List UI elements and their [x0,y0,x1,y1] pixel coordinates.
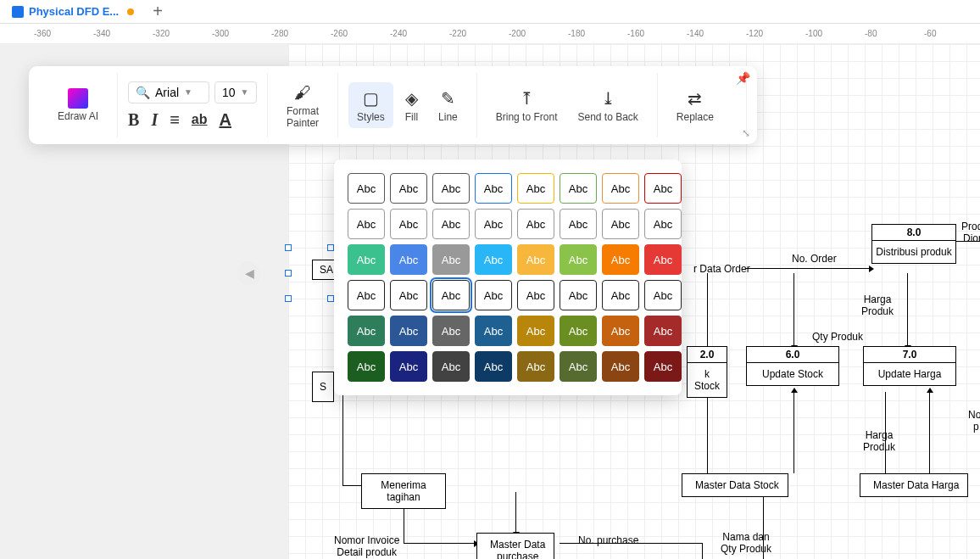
style-swatch[interactable]: Abc [517,351,554,382]
style-swatch[interactable]: Abc [602,173,639,204]
connector [707,392,708,473]
style-swatch[interactable]: Abc [560,351,597,382]
swatch-grid: AbcAbcAbcAbcAbcAbcAbcAbcAbcAbcAbcAbcAbcA… [348,173,668,382]
ruler-tick: -120 [746,29,763,38]
style-swatch[interactable]: Abc [517,209,554,239]
style-swatch[interactable]: Abc [390,280,427,310]
process-6-update-stock[interactable]: 6.0 Update Stock [746,346,839,386]
nav-left-button[interactable]: ◀ [237,261,261,285]
style-swatch[interactable]: Abc [348,316,385,346]
style-swatch[interactable]: Abc [560,316,597,346]
style-swatch[interactable]: Abc [602,351,639,382]
connector [515,492,516,533]
font-family-select[interactable]: 🔍 Arial ▼ [128,81,209,103]
style-swatch[interactable]: Abc [517,280,554,310]
style-swatch[interactable]: Abc [348,244,385,275]
style-swatch[interactable]: Abc [560,244,597,275]
style-swatch[interactable]: Abc [390,209,427,239]
add-tab-button[interactable]: + [153,2,163,21]
style-swatch[interactable]: Abc [517,244,554,275]
style-swatch[interactable]: Abc [348,173,385,204]
style-swatch[interactable]: Abc [432,209,470,239]
style-swatch[interactable]: Abc [432,244,470,275]
process-7-update-harga[interactable]: 7.0 Update Harga [863,346,956,386]
fill-icon: ◈ [405,87,418,109]
fill-button[interactable]: ◈ Fill [397,82,426,128]
label-produ: Produ [961,221,980,232]
bold-button[interactable]: B [128,110,139,130]
highlight-button[interactable]: ab [192,112,208,127]
edraw-ai-button[interactable]: Edraw AI [49,83,107,127]
align-button[interactable]: ≡ [170,110,180,130]
datastore-master-harga[interactable]: Master Data Harga [860,473,968,497]
style-swatch[interactable]: Abc [348,209,385,239]
datastore-master-stock[interactable]: Master Data Stock [682,473,788,497]
style-swatch[interactable]: Abc [390,351,427,382]
style-swatch[interactable]: Abc [432,280,470,310]
connector [707,273,708,346]
font-color-button[interactable]: A [220,110,231,130]
style-swatch[interactable]: Abc [644,173,682,204]
style-swatch[interactable]: Abc [602,316,639,346]
process-2-text: k Stock [688,363,727,397]
replace-button[interactable]: ⇄ Replace [668,82,722,128]
label-harga-produk-2: Harga Produk [863,429,895,453]
style-swatch[interactable]: Abc [475,351,512,382]
font-size-select[interactable]: 10 ▼ [214,81,257,103]
connector [907,273,908,346]
styles-button[interactable]: ▢ Styles [348,82,393,128]
datastore-master-purchase[interactable]: Master Data purchase [476,533,554,559]
style-swatch[interactable]: Abc [517,173,554,204]
process-8-distribusi[interactable]: 8.0 Distribusi produk [871,224,956,264]
menerima-text: Menerima tagihan [362,474,445,508]
process-7-num: 7.0 [864,347,955,363]
style-swatch-panel: AbcAbcAbcAbcAbcAbcAbcAbcAbcAbcAbcAbcAbcA… [334,159,682,395]
s-box-partial[interactable]: S [312,372,334,402]
style-swatch[interactable]: Abc [432,351,470,382]
selection-handles[interactable] [288,248,331,299]
style-swatch[interactable]: Abc [602,244,639,275]
italic-button[interactable]: I [151,110,158,130]
replace-group: ⇄ Replace [658,73,747,137]
style-swatch[interactable]: Abc [644,316,682,346]
style-swatch[interactable]: Abc [348,280,385,310]
style-swatch[interactable]: Abc [644,209,682,239]
connector [929,392,930,473]
chevron-down-icon: ▼ [241,87,249,97]
style-swatch[interactable]: Abc [348,351,385,382]
style-swatch[interactable]: Abc [517,316,554,346]
style-swatch[interactable]: Abc [560,209,597,239]
process-menerima-tagihan[interactable]: Menerima tagihan [361,473,446,509]
document-tab[interactable]: Physical DFD E... [3,2,142,21]
bring-to-front-button[interactable]: ⤒ Bring to Front [487,82,566,128]
pin-icon[interactable]: 📌 [736,71,750,85]
format-painter-button[interactable]: 🖌 Format Painter [278,76,327,134]
style-swatch[interactable]: Abc [644,244,682,275]
connector [342,387,343,485]
style-swatch[interactable]: Abc [390,316,427,346]
style-swatch[interactable]: Abc [475,173,512,204]
connector [793,273,794,346]
ruler-tick: -360 [34,29,51,38]
style-swatch[interactable]: Abc [390,244,427,275]
style-swatch[interactable]: Abc [475,244,512,275]
style-swatch[interactable]: Abc [432,173,470,204]
style-swatch[interactable]: Abc [560,173,597,204]
style-swatch[interactable]: Abc [475,316,512,346]
process-2-stock[interactable]: 2.0 k Stock [687,346,727,398]
style-swatch[interactable]: Abc [475,280,512,310]
style-swatch[interactable]: Abc [432,316,470,346]
style-swatch[interactable]: Abc [644,351,682,382]
label-data-order: r Data Order [693,263,750,275]
bring-front-label: Bring to Front [496,111,558,123]
style-swatch[interactable]: Abc [644,280,682,310]
send-to-back-button[interactable]: ⤓ Send to Back [569,82,646,128]
style-swatch[interactable]: Abc [475,209,512,239]
line-button[interactable]: ✎ Line [430,82,466,128]
style-swatch[interactable]: Abc [390,173,427,204]
style-swatch[interactable]: Abc [602,280,639,310]
style-swatch[interactable]: Abc [560,280,597,310]
label-nomor-invoice: Nomor Invoice Detail produk [334,534,399,558]
expand-icon[interactable]: ⤡ [742,127,750,139]
style-swatch[interactable]: Abc [602,209,639,239]
